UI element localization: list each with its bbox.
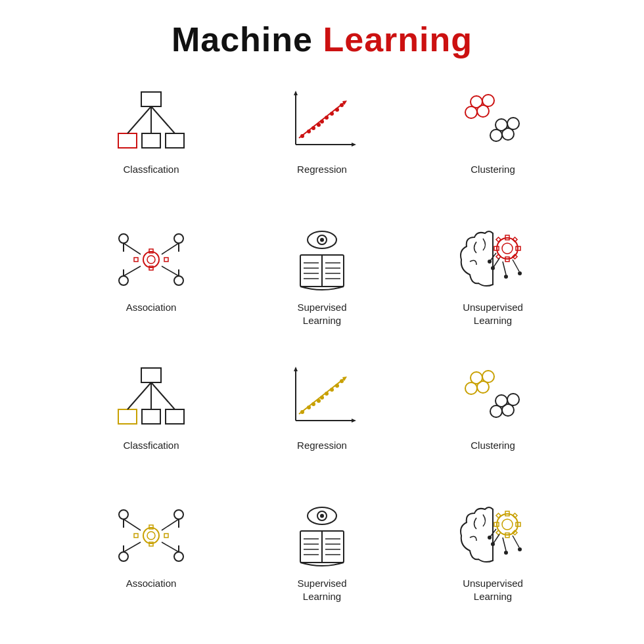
svg-point-14 [311,126,315,130]
svg-point-92 [307,405,311,409]
svg-point-91 [300,410,304,414]
svg-point-74 [491,266,495,270]
cell-classification-1: Classfication [79,79,223,217]
svg-rect-80 [118,409,137,424]
icon-unsupervised-1 [450,223,536,296]
svg-point-121 [119,552,128,561]
svg-point-141 [502,519,513,530]
svg-marker-88 [352,419,356,423]
svg-line-4 [127,106,151,133]
icon-regression-1 [279,85,365,158]
svg-point-93 [311,402,315,406]
label-unsupervised-2: UnsupervisedLearning [463,577,523,603]
svg-line-47 [162,266,179,276]
svg-point-45 [174,276,183,285]
icon-supervised-2 [279,499,365,572]
svg-point-124 [174,552,183,561]
cell-association-1: Association [79,217,223,355]
label-supervised-2: SupervisedLearning [297,577,346,603]
svg-point-95 [320,396,324,400]
svg-line-83 [127,382,151,409]
svg-point-12 [300,134,304,138]
svg-point-97 [330,388,334,392]
label-association-1: Association [126,301,177,314]
svg-rect-79 [141,368,161,382]
svg-rect-113 [134,534,138,538]
label-classification-2: Classfication [123,439,179,452]
icon-association-1 [108,223,194,296]
icon-supervised-1 [279,223,365,296]
cell-regression-1: Regression [250,79,394,217]
svg-point-24 [465,106,477,118]
cell-association-2: Association [79,493,223,631]
svg-line-120 [162,519,179,530]
svg-point-99 [340,379,344,383]
svg-marker-89 [294,367,298,371]
svg-line-44 [124,266,141,276]
icon-clustering-2 [450,361,536,434]
svg-point-50 [320,238,324,242]
title-learning: Learning [323,20,472,58]
svg-point-157 [518,547,522,551]
svg-line-156 [513,536,519,547]
icon-classification-1 [108,85,194,158]
svg-line-117 [124,519,141,530]
icon-classification-2 [108,361,194,434]
svg-point-110 [147,532,155,540]
svg-point-16 [320,120,324,124]
cell-clustering-1: Clustering [421,79,565,217]
svg-line-123 [124,542,141,552]
svg-point-29 [502,128,514,140]
svg-point-18 [330,112,334,116]
svg-point-19 [335,108,339,112]
svg-point-28 [490,129,502,141]
icon-clustering-1 [450,85,536,158]
label-unsupervised-1: UnsupervisedLearning [463,301,523,327]
svg-marker-9 [352,143,356,147]
svg-line-77 [513,260,519,271]
svg-point-25 [477,105,489,117]
svg-point-109 [143,528,159,543]
svg-line-85 [151,382,175,409]
svg-rect-35 [164,258,168,262]
svg-line-6 [151,106,175,133]
label-supervised-1: SupervisedLearning [297,301,346,327]
svg-point-118 [174,510,183,519]
svg-rect-34 [134,258,138,262]
svg-line-154 [503,538,506,551]
svg-point-107 [490,405,502,417]
cell-regression-2: Regression [250,355,394,493]
svg-point-39 [174,234,183,243]
page-title: Machine Learning [172,20,472,59]
svg-rect-3 [166,133,184,148]
svg-point-73 [488,260,492,264]
svg-point-152 [488,536,492,540]
svg-line-75 [503,262,506,275]
svg-rect-0 [141,92,161,106]
svg-point-36 [119,234,128,243]
svg-point-94 [317,399,321,403]
svg-line-126 [162,542,179,552]
svg-point-20 [340,103,344,107]
svg-rect-81 [142,409,160,424]
cell-unsupervised-1: UnsupervisedLearning [421,217,565,355]
cell-supervised-2: SupervisedLearning [250,493,394,631]
svg-point-78 [518,271,522,275]
label-regression-1: Regression [297,163,347,176]
icon-regression-2 [279,361,365,434]
svg-point-153 [491,542,495,546]
svg-rect-1 [118,133,137,148]
svg-marker-10 [294,91,298,95]
svg-point-96 [325,392,329,396]
svg-point-17 [325,116,329,120]
svg-point-115 [119,510,128,519]
label-classification-1: Classfication [123,163,179,176]
svg-point-104 [477,381,489,393]
svg-point-13 [307,129,311,133]
label-clustering-1: Clustering [471,163,515,176]
label-regression-2: Regression [297,439,347,452]
cell-classification-2: Classfication [79,355,223,493]
icon-grid: Classfication [79,79,565,631]
icon-unsupervised-2 [450,499,536,572]
title-machine: Machine [172,20,323,58]
